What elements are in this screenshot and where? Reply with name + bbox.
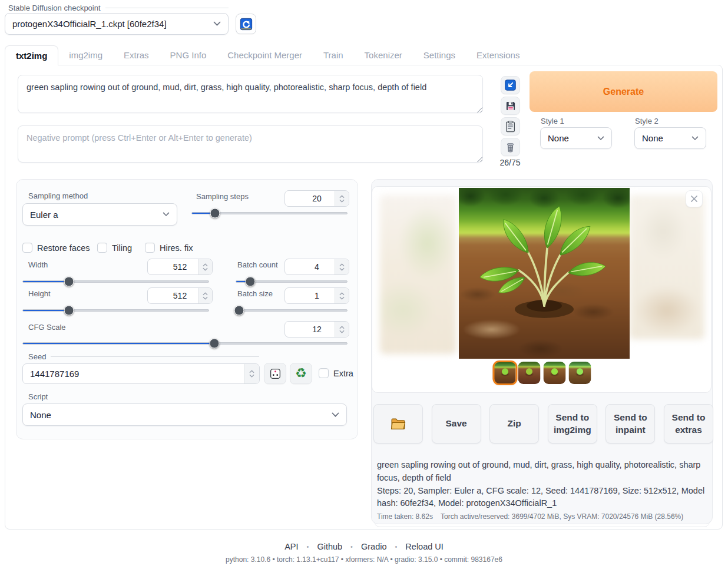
github-link[interactable]: Github [317,542,342,551]
trash-icon [505,141,516,153]
restore-faces-checkbox-row: Restore faces [22,243,90,253]
thumbnail-3[interactable] [518,362,540,384]
tab-settings[interactable]: Settings [413,45,466,65]
vram-text: Torch active/reserved: 3699/4702 MiB, Sy… [441,512,683,521]
style1-select[interactable]: None [540,127,612,149]
seed-label: Seed [28,352,46,361]
cfg-scale-stepper[interactable] [335,322,349,337]
cfg-scale-input[interactable]: 12 [284,321,349,338]
reload-ui-link[interactable]: Reload UI [405,542,443,551]
thumbnail-4[interactable] [543,362,565,384]
recycle-icon: ♻ [295,367,307,380]
clear-prompt-button[interactable] [501,138,520,156]
tab-txt2img[interactable]: txt2img [5,45,58,65]
batch-size-stepper[interactable] [335,288,349,303]
close-icon [690,195,698,203]
api-link[interactable]: API [284,542,298,551]
gallery-ghost-left [380,195,456,354]
sampling-steps-stepper[interactable] [335,191,349,206]
height-stepper[interactable] [198,288,212,303]
zip-button[interactable]: Zip [489,404,539,444]
thumbnail-2-selected[interactable] [492,360,517,385]
sampling-steps-slider[interactable] [191,208,348,218]
tiling-checkbox-row: Tiling [97,243,132,253]
seed-input[interactable]: 1441787169 [22,363,260,384]
seed-stepper[interactable] [244,364,259,383]
width-input[interactable]: 512 [147,259,213,275]
tab-tokenizer[interactable]: Tokenizer [354,45,413,65]
extra-seed-checkbox[interactable] [319,368,329,378]
random-seed-button[interactable] [264,363,286,384]
width-stepper[interactable] [198,259,212,274]
refresh-checkpoint-button[interactable] [236,14,256,34]
tab-train[interactable]: Train [313,45,354,65]
tiling-checkbox[interactable] [97,243,107,253]
checkpoint-label: Stable Diffusion checkpoint [5,4,101,12]
stable-diffusion-webui: Stable Diffusion checkpoint protogenX34O… [0,0,728,569]
tiling-label: Tiling [112,243,132,253]
extra-seed-label: Extra [333,369,353,378]
tab-checkpoint-merger[interactable]: Checkpoint Merger [217,45,313,65]
label-rule [51,356,259,357]
style1-label: Style 1 [541,117,564,125]
generate-button[interactable]: Generate [530,71,717,112]
sampling-method-select[interactable]: Euler a [22,203,177,226]
send-to-img2img-button[interactable]: Send to img2img [548,404,597,444]
save-button[interactable]: Save [432,404,481,444]
batch-size-slider[interactable] [236,305,348,315]
info-prompt-text: green sapling rowing out of ground, mud,… [377,459,707,485]
sampling-method-value: Euler a [30,210,58,220]
generated-image-preview[interactable] [459,188,630,359]
restore-faces-checkbox[interactable] [22,243,32,253]
script-select[interactable]: None [22,403,347,426]
cfg-scale-slider[interactable] [22,338,348,348]
gradio-link[interactable]: Gradio [361,542,387,551]
batch-size-label: Batch size [237,289,273,298]
style2-select[interactable]: None [634,127,706,149]
close-gallery-button[interactable] [686,190,703,207]
batch-count-input[interactable]: 4 [284,259,349,275]
separator-dot: • [395,543,398,550]
thumbnail-5[interactable] [568,362,591,384]
info-performance-text: Time taken: 8.62s Torch active/reserved:… [377,512,707,521]
hires-fix-checkbox-row: Hires. fix [145,243,193,253]
save-style-button[interactable] [501,97,520,115]
gallery-thumbnails [492,362,591,384]
paste-params-button[interactable] [501,76,520,94]
style2-value: None [642,133,663,143]
tab-extras[interactable]: Extras [113,45,160,65]
token-counter: 26/75 [498,158,522,167]
tab-extensions[interactable]: Extensions [466,45,530,65]
checkpoint-label-row: Stable Diffusion checkpoint [5,4,229,12]
checkpoint-select[interactable]: protogenX34OfficialR_1.ckpt [60fe2f34] [5,13,229,35]
hires-fix-checkbox[interactable] [145,243,155,253]
height-label: Height [28,289,51,298]
batch-count-stepper[interactable] [335,259,349,274]
batch-size-input[interactable]: 1 [284,287,349,304]
apply-style-button[interactable] [501,117,520,135]
chevron-down-icon [213,21,221,27]
batch-count-slider[interactable] [236,276,348,286]
sampling-steps-input[interactable]: 20 [284,190,349,207]
reuse-seed-button[interactable]: ♻ [290,363,312,384]
sampling-steps-label: Sampling steps [196,192,249,201]
separator-dot: • [350,543,353,550]
send-to-extras-button[interactable]: Send to extras [664,404,713,444]
main-tab-bar: txt2img img2img Extras PNG Info Checkpoi… [5,45,530,65]
open-folder-button[interactable] [373,404,423,444]
send-to-inpaint-button[interactable]: Send to inpaint [605,404,655,444]
image-gallery [372,186,712,393]
tab-png-info[interactable]: PNG Info [160,45,217,65]
width-slider[interactable] [22,276,209,286]
height-slider[interactable] [22,305,209,315]
folder-icon [391,417,406,431]
tab-img2img[interactable]: img2img [58,45,113,65]
hires-fix-label: Hires. fix [160,243,193,253]
negative-prompt-input[interactable] [18,125,483,163]
batch-size-value: 1 [315,291,319,300]
height-input[interactable]: 512 [147,287,213,304]
prompt-input[interactable]: green sapling rowing out of ground, mud,… [18,75,483,113]
height-value: 512 [173,291,187,300]
time-taken-text: Time taken: 8.62s [377,512,433,521]
batch-count-value: 4 [315,262,319,272]
